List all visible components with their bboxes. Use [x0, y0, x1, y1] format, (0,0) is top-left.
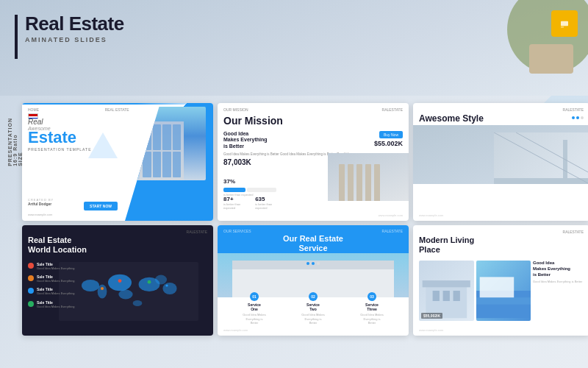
continent-4 [118, 290, 132, 300]
building-window [143, 152, 151, 177]
legend-dot-4 [28, 301, 34, 307]
building-columns [339, 164, 380, 201]
slide1-author-block: CREATED BY Artful Dodger [28, 198, 54, 206]
slide5-dot-1 [306, 262, 309, 265]
continent-8 [133, 300, 143, 306]
slide1-triangle-deco [88, 132, 118, 158]
slide2-percent: 37% [223, 178, 235, 185]
svg-line-3 [494, 132, 588, 184]
google-slides-icon[interactable] [551, 10, 578, 37]
slide3-nav: RALESTATE [419, 107, 584, 112]
slide5-title-line2: Service [218, 244, 409, 253]
presentation-label: PRESENTATION [7, 118, 12, 166]
service-item-2: 02 ServiceTwo Good Idea MakesEverything … [301, 292, 325, 325]
service-item-1: 01 ServiceOne Good Idea MakesEverything … [243, 292, 266, 325]
slide2-price-label: Buy Now [379, 131, 403, 138]
legend-dot-3 [28, 288, 34, 294]
slide1-estate: Estate [28, 130, 91, 146]
slide2-price: $55.002K [374, 140, 403, 147]
continent-1 [82, 280, 99, 291]
page-subtitle: AMINATED SLIDES [25, 36, 124, 43]
slide6-title-line1: Modern Living [419, 236, 474, 245]
slide4-title: Real Estate World Location [28, 236, 87, 255]
slide4-nav: RALESTATE [22, 230, 213, 234]
svg-rect-1 [561, 21, 568, 26]
dot-1 [572, 116, 575, 119]
slide2-title: Our Mission [223, 115, 283, 127]
photo-svg-1 [419, 261, 474, 321]
dot-2 [576, 116, 579, 119]
slide1-real: Real [28, 118, 91, 126]
slide3-building [413, 125, 588, 184]
continent-6 [155, 275, 167, 285]
svg-rect-2 [561, 26, 564, 27]
slide3-arch [494, 132, 588, 184]
photo-price-1: $55,002lK [421, 313, 442, 319]
stat-desc-1: is better thanexpected [223, 202, 240, 210]
page-title: Real Estate [25, 13, 124, 35]
slide3-nav-right: RALESTATE [563, 107, 584, 112]
slide2-building [328, 153, 409, 201]
slide6-nav: RALESTATE [413, 230, 588, 234]
ratio-label: PRESENTATION 16:9 Ratio SIZE [7, 118, 23, 166]
slide2-url: www.example.com [379, 213, 403, 217]
building-col [365, 164, 371, 201]
service-desc-3: Good Idea MakesEverything isBetter [360, 313, 384, 325]
slide5-dot-3 [317, 262, 320, 265]
building-window [162, 124, 171, 150]
service-name-2: ServiceTwo [306, 302, 320, 311]
slide6-body: Good Idea Makes Everything is Better [533, 280, 586, 284]
svg-rect-11 [479, 277, 514, 297]
slide3-dots [572, 116, 584, 119]
slide1-nav-realestate: REAL ESTATE [105, 107, 129, 112]
ratio-value: 16:9 Ratio [12, 134, 18, 166]
slide6-title-line2: Place [419, 245, 474, 255]
legend-dot-2 [28, 275, 34, 281]
building-window [173, 124, 182, 150]
slide3-title-line1: Awesome Style [419, 113, 485, 124]
slide6-photos: $55,002lK [419, 261, 531, 321]
svg-rect-7 [433, 291, 440, 301]
svg-rect-12 [476, 297, 531, 304]
svg-rect-8 [443, 291, 450, 301]
slide5-title: Our Real Estate Service [218, 234, 409, 253]
slide2-stat-bar: 37% is better than expected [223, 173, 320, 197]
dot-3 [581, 116, 584, 119]
building-col [339, 164, 345, 201]
slide-5[interactable]: OUR SERVICES RALESTATE Our Real Estate S… [218, 225, 409, 336]
title-bar-line [15, 15, 18, 59]
slide5-dot-2 [312, 262, 315, 265]
slide-6[interactable]: RALESTATE Modern Living Place $55,002lK [413, 225, 588, 336]
service-name-1: ServiceOne [248, 302, 261, 311]
building-window [153, 152, 162, 177]
slide-1[interactable]: HOME REAL ESTATE TODAY Real Awesome Esta… [22, 103, 213, 221]
slide1-subtitle: PRESENTATION TEMPLATE [28, 147, 91, 152]
photo-svg-2 [476, 261, 531, 321]
stat-val-2: 635 [255, 196, 272, 202]
slide-3[interactable]: RALESTATE Awesome Style Dream Property [413, 103, 588, 221]
slide2-nav-left: OUR MISSION [223, 107, 248, 112]
slide5-dots [218, 262, 409, 265]
building-window [162, 152, 171, 177]
slide4-nav-right: RALESTATE [187, 230, 207, 234]
slide5-services: 01 ServiceOne Good Idea MakesEverything … [218, 292, 409, 325]
slide1-author-name: Artful Dodger [28, 202, 54, 206]
slide-4[interactable]: RALESTATE Real Estate World Location Sal… [22, 225, 213, 336]
map-dot-orange [101, 287, 104, 290]
building-window [153, 124, 162, 150]
slide5-url: www.example.com [223, 328, 248, 332]
slide6-nav-right: RALESTATE [563, 230, 584, 234]
slide4-title-line2: World Location [28, 245, 87, 255]
plant-pot [529, 44, 573, 74]
building-window [143, 124, 151, 150]
stat-item-1: 87+ is better thanexpected [223, 196, 240, 210]
svg-rect-6 [423, 280, 470, 287]
service-desc-2: Good Idea MakesEverything isBetter [301, 313, 325, 325]
stat-desc-2: is better thanexpected [255, 202, 272, 210]
continent-7 [162, 283, 176, 294]
slide1-start-btn[interactable]: START NOW [84, 202, 118, 210]
arch-lines-svg [494, 132, 588, 184]
slide2-nav-right: RALESTATE [382, 107, 403, 112]
building-col [348, 164, 354, 201]
slide-2[interactable]: OUR MISSION RALESTATE Our Mission Good I… [218, 103, 409, 221]
